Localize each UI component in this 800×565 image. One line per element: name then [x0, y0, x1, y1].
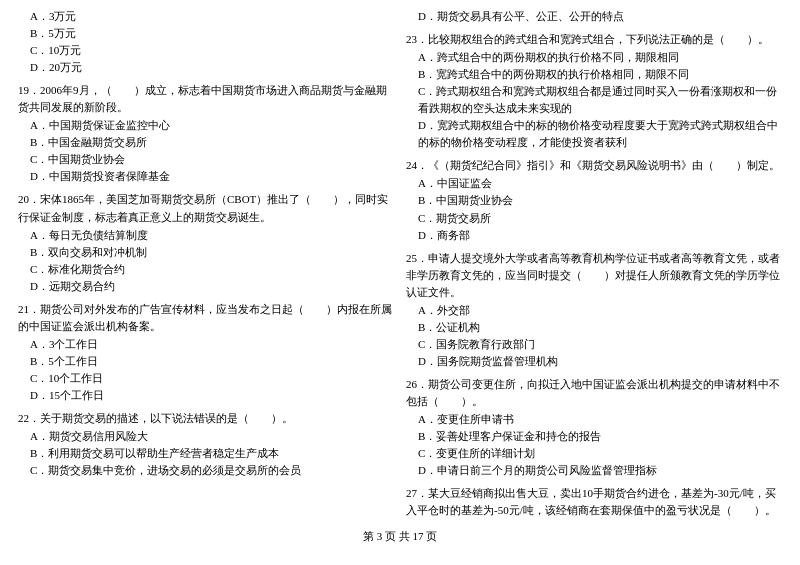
question-text: 25．申请人提交境外大学或者高等教育机构学位证书或者高等教育文凭，或者非学历教育… — [406, 250, 782, 301]
option-a: A．中国期货保证金监控中心 — [18, 117, 394, 134]
option-a: A．变更住所申请书 — [406, 411, 782, 428]
question-text: 26．期货公司变更住所，向拟迁入地中国证监会派出机构提交的申请材料中不包括（ ）… — [406, 376, 782, 410]
question-23: 23．比较期权组合的跨式组合和宽跨式组合，下列说法正确的是（ ）。 A．跨式组合… — [406, 31, 782, 151]
option-a: A．3个工作日 — [18, 336, 394, 353]
question-21: 21．期货公司对外发布的广告宣传材料，应当发布之日起（ ）内报在所属的中国证监会… — [18, 301, 394, 404]
option-d: D．宽跨式期权组合中的标的物价格变动程度要大于宽跨式跨式期权组合中的标的物价格变… — [406, 117, 782, 151]
question-25: 25．申请人提交境外大学或者高等教育机构学位证书或者高等教育文凭，或者非学历教育… — [406, 250, 782, 370]
option-c: C．10个工作日 — [18, 370, 394, 387]
option-c: C．变更住所的详细计划 — [406, 445, 782, 462]
exam-page: A．3万元 B．5万元 C．10万元 D．20万元 19．2006年9月，（ ）… — [0, 0, 800, 565]
question-27: 27．某大豆经销商拟出售大豆，卖出10手期货合约进仓，基差为-30元/吨，买入平… — [406, 485, 782, 519]
option-b: B．中国期货业协会 — [406, 192, 782, 209]
option-d: D．15个工作日 — [18, 387, 394, 404]
option-a: A．每日无负债结算制度 — [18, 227, 394, 244]
option-b: B．宽跨式组合中的两份期权的执行价格相同，期限不同 — [406, 66, 782, 83]
question-24: 24．《（期货纪纪合同》指引》和《期货交易风险说明书》由（ ）制定。 A．中国证… — [406, 157, 782, 243]
option-d: D．商务部 — [406, 227, 782, 244]
option-text: C．10万元 — [18, 42, 394, 59]
option-b: B．5个工作日 — [18, 353, 394, 370]
option-d: D．远期交易合约 — [18, 278, 394, 295]
question-text: 27．某大豆经销商拟出售大豆，卖出10手期货合约进仓，基差为-30元/吨，买入平… — [406, 485, 782, 519]
question-20: 20．宋体1865年，美国芝加哥期货交易所（CBOT）推出了（ ），同时实行保证… — [18, 191, 394, 294]
option-b: B．双向交易和对冲机制 — [18, 244, 394, 261]
option-d: D．国务院期货监督管理机构 — [406, 353, 782, 370]
question-text: 24．《（期货纪纪合同》指引》和《期货交易风险说明书》由（ ）制定。 — [406, 157, 782, 174]
option-b: B．公证机构 — [406, 319, 782, 336]
option-c: C．国务院教育行政部门 — [406, 336, 782, 353]
page-footer: 第 3 页 共 17 页 — [18, 529, 782, 544]
option-c: C．期货交易集中竞价，进场交易的必须是交易所的会员 — [18, 462, 394, 479]
option-c: C．期货交易所 — [406, 210, 782, 227]
option-a: A．外交部 — [406, 302, 782, 319]
right-prev-options: D．期货交易具有公平、公正、公开的特点 — [406, 8, 782, 25]
question-22: 22．关于期货交易的描述，以下说法错误的是（ ）。 A．期货交易信用风险大 B．… — [18, 410, 394, 479]
option-b: B．中国金融期货交易所 — [18, 134, 394, 151]
page-number: 第 3 页 共 17 页 — [363, 530, 437, 542]
question-text: 19．2006年9月，（ ）成立，标志着中国期货市场进入商品期货与金融期货共同发… — [18, 82, 394, 116]
question-19: 19．2006年9月，（ ）成立，标志着中国期货市场进入商品期货与金融期货共同发… — [18, 82, 394, 185]
question-text: 22．关于期货交易的描述，以下说法错误的是（ ）。 — [18, 410, 394, 427]
option-d: D．申请日前三个月的期货公司风险监督管理指标 — [406, 462, 782, 479]
option-block-a3: A．3万元 B．5万元 C．10万元 D．20万元 — [18, 8, 394, 76]
option-c: C．跨式期权组合和宽跨式期权组合都是通过同时买入一份看涨期权和一份看跌期权的空头… — [406, 83, 782, 117]
option-a: A．跨式组合中的两份期权的执行价格不同，期限相同 — [406, 49, 782, 66]
left-column: A．3万元 B．5万元 C．10万元 D．20万元 19．2006年9月，（ ）… — [18, 8, 394, 525]
question-text: 23．比较期权组合的跨式组合和宽跨式组合，下列说法正确的是（ ）。 — [406, 31, 782, 48]
question-26: 26．期货公司变更住所，向拟迁入地中国证监会派出机构提交的申请材料中不包括（ ）… — [406, 376, 782, 479]
option-b: B．妥善处理客户保证金和持仓的报告 — [406, 428, 782, 445]
right-column: D．期货交易具有公平、公正、公开的特点 23．比较期权组合的跨式组合和宽跨式组合… — [406, 8, 782, 525]
option-c: C．中国期货业协会 — [18, 151, 394, 168]
option-text: A．3万元 — [18, 8, 394, 25]
option-a: A．期货交易信用风险大 — [18, 428, 394, 445]
option-text: B．5万元 — [18, 25, 394, 42]
question-text: 20．宋体1865年，美国芝加哥期货交易所（CBOT）推出了（ ），同时实行保证… — [18, 191, 394, 225]
option-d: D．中国期货投资者保障基金 — [18, 168, 394, 185]
option-d: D．期货交易具有公平、公正、公开的特点 — [406, 8, 782, 25]
question-text: 21．期货公司对外发布的广告宣传材料，应当发布之日起（ ）内报在所属的中国证监会… — [18, 301, 394, 335]
option-text: D．20万元 — [18, 59, 394, 76]
option-b: B．利用期货交易可以帮助生产经营者稳定生产成本 — [18, 445, 394, 462]
option-a: A．中国证监会 — [406, 175, 782, 192]
option-c: C．标准化期货合约 — [18, 261, 394, 278]
